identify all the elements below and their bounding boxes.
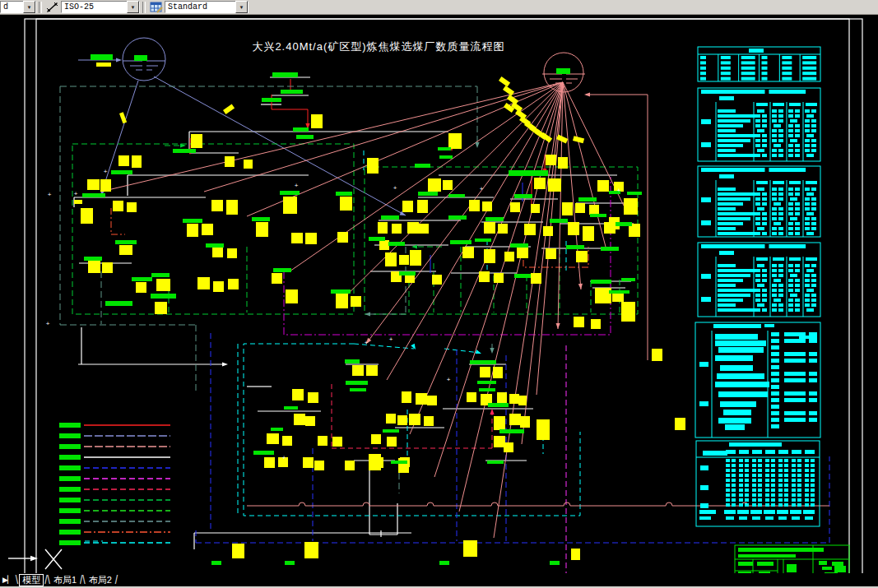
legend xyxy=(59,423,170,545)
table-style-combo[interactable]: Standard ▼ xyxy=(165,1,249,13)
svg-text:+: + xyxy=(389,336,393,343)
svg-text:+: + xyxy=(74,190,78,197)
tab-model[interactable]: \ 模型 / xyxy=(16,574,48,586)
autocad-window: d ▼ ISO-25 ▼ xyxy=(0,0,878,588)
chevron-down-icon[interactable]: ▼ xyxy=(23,1,35,13)
toolbar-separator xyxy=(142,2,146,13)
model-space-canvas[interactable]: 大兴2.40Mt/a(矿区型)炼焦煤选煤厂数质量流程图++++++++++++ xyxy=(0,0,878,588)
svg-text:+: + xyxy=(295,182,299,189)
data-table-3 xyxy=(698,166,820,237)
text-style-value: d xyxy=(3,2,23,12)
svg-text:+: + xyxy=(447,376,451,383)
stream-blocks-green xyxy=(61,54,642,565)
svg-text:+: + xyxy=(282,454,286,461)
table-style-glyph xyxy=(150,2,163,13)
svg-text:+: + xyxy=(48,191,52,198)
dimension-style-glyph xyxy=(46,2,59,13)
text-style-combo[interactable]: d ▼ xyxy=(0,1,36,13)
svg-text:+: + xyxy=(393,184,397,192)
svg-text:+: + xyxy=(104,168,108,175)
ucs-icon xyxy=(8,549,62,569)
page-title: 大兴2.40Mt/a(矿区型)炼焦煤选煤厂数质量流程图 xyxy=(252,40,504,53)
svg-text:+: + xyxy=(480,185,484,192)
data-table-5 xyxy=(695,322,820,438)
chevron-down-icon[interactable]: ▼ xyxy=(127,1,139,13)
svg-text:+: + xyxy=(617,187,621,194)
table-style-value: Standard xyxy=(168,2,235,12)
data-table-1 xyxy=(698,47,820,81)
tab-layout1[interactable]: \ 布局1 / xyxy=(48,574,83,586)
drawing-title: 大兴2.40Mt/a(矿区型)炼焦煤选煤厂数质量流程图 xyxy=(252,40,504,53)
chevron-down-icon[interactable]: ▼ xyxy=(235,1,248,13)
toolbar-separator xyxy=(39,2,42,13)
tab-nav-buttons[interactable]: ▶▏ xyxy=(2,576,12,584)
dim-style-combo[interactable]: ISO-25 ▼ xyxy=(61,1,140,13)
style-toolbar: d ▼ ISO-25 ▼ xyxy=(0,0,878,15)
layout-tab-bar: ▶▏ \ 模型 / \ 布局1 / \ 布局2 / xyxy=(0,573,878,586)
svg-text:+: + xyxy=(365,339,369,346)
tab-layout2[interactable]: \ 布局2 / xyxy=(82,574,118,586)
data-table-4 xyxy=(698,243,820,317)
svg-text:+: + xyxy=(46,320,50,327)
dimension-style-icon[interactable] xyxy=(44,0,61,14)
data-tables xyxy=(695,47,820,526)
sheet-border xyxy=(25,19,862,586)
dim-style-value: ISO-25 xyxy=(64,2,127,12)
data-table-2 xyxy=(698,88,820,161)
data-table-6 xyxy=(696,441,820,526)
table-style-icon[interactable] xyxy=(148,0,165,14)
label-blocks-yellow xyxy=(74,63,685,560)
